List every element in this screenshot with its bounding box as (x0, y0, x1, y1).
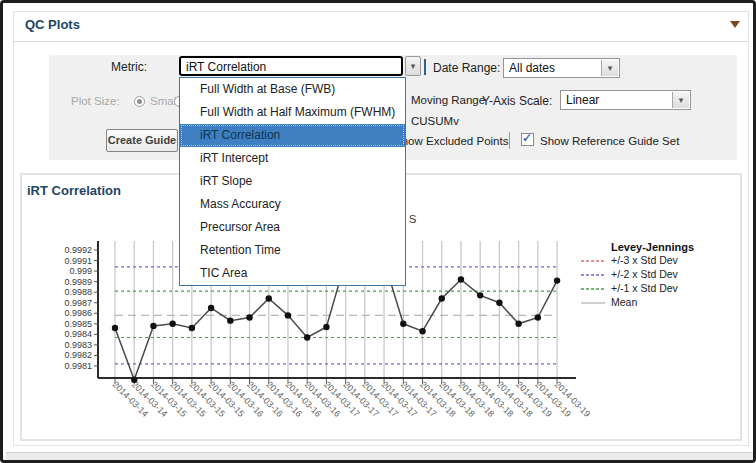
metric-select[interactable]: iRT Correlation (179, 56, 403, 76)
toolbar-separator (424, 59, 426, 75)
y-axis-scale-label: Y-Axis Scale: (482, 94, 552, 108)
metric-option[interactable]: iRT Intercept (180, 147, 405, 170)
date-range-select[interactable]: All dates ▾ (503, 58, 620, 78)
metric-option[interactable]: Retention Time (180, 239, 405, 262)
show-reference-guide-set-checkbox[interactable]: ✓ (521, 133, 534, 146)
show-reference-guide-set-label[interactable]: Show Reference Guide Set (540, 135, 679, 147)
metric-option[interactable]: iRT Slope (180, 170, 405, 193)
metric-dropdown-list[interactable]: Full Width at Base (FWB)Full Width at Ha… (179, 77, 406, 286)
moving-range-label[interactable]: Moving Range (411, 94, 485, 106)
show-excluded-points-label[interactable]: Show Excluded Points (394, 135, 508, 147)
webpart-title: QC Plots (25, 17, 80, 32)
header-divider (13, 41, 748, 42)
y-axis-scale-chevron-down-icon: ▾ (672, 92, 689, 108)
chart-section-title: iRT Correlation (27, 183, 121, 198)
y-axis-scale-value: Linear (566, 93, 599, 107)
metric-option[interactable]: Full Width at Half Maximum (FWHM) (180, 101, 405, 124)
metric-select-chevron-down-icon[interactable]: ▾ (405, 56, 421, 76)
check-icon: ✓ (522, 131, 532, 145)
cusumv-label[interactable]: CUSUMv (411, 115, 459, 127)
collapse-triangle-icon[interactable] (730, 21, 740, 28)
metric-label: Metric: (111, 60, 147, 74)
qc-plots-window: QC Plots Metric: iRT Correlation ▾ Date … (0, 0, 756, 463)
metric-option[interactable]: Mass Accuracy (180, 193, 405, 216)
y-axis-scale-select[interactable]: Linear ▾ (560, 90, 691, 110)
metric-select-value: iRT Correlation (186, 60, 266, 74)
toolbar-separator (509, 132, 510, 149)
bottom-scroll-strip[interactable] (6, 452, 756, 463)
plot-size-small-radio[interactable] (134, 96, 145, 107)
metric-option[interactable]: Precursor Area (180, 216, 405, 239)
date-range-label: Date Range: (433, 61, 500, 75)
metric-option[interactable]: iRT Correlation (180, 124, 405, 147)
create-guide-set-button[interactable]: Create Guide (106, 129, 178, 152)
date-range-chevron-down-icon: ▾ (601, 60, 618, 76)
metric-option[interactable]: Full Width at Base (FWB) (180, 78, 405, 101)
metric-option[interactable]: TIC Area (180, 262, 405, 285)
plot-size-label: Plot Size: (71, 95, 120, 107)
date-range-value: All dates (509, 61, 555, 75)
